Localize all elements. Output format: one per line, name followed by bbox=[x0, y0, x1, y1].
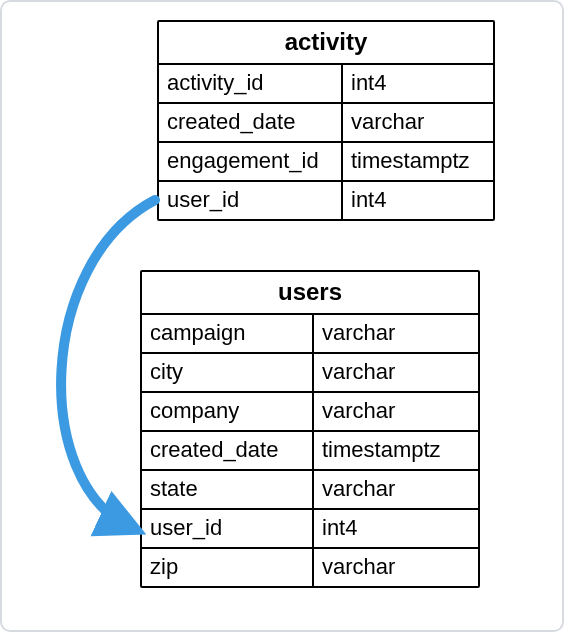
table-row: user_id int4 bbox=[142, 510, 478, 549]
schema-diagram: activity activity_id int4 created_date v… bbox=[0, 0, 564, 632]
table-users-title: users bbox=[142, 272, 478, 315]
table-row: state varchar bbox=[142, 471, 478, 510]
column-name: engagement_id bbox=[159, 143, 343, 180]
column-type: varchar bbox=[314, 354, 473, 391]
column-name: activity_id bbox=[159, 65, 343, 102]
column-name: user_id bbox=[159, 182, 343, 219]
table-row: activity_id int4 bbox=[159, 65, 493, 104]
column-type: int4 bbox=[314, 510, 473, 547]
column-name: user_id bbox=[142, 510, 314, 547]
table-row: created_date timestamptz bbox=[142, 432, 478, 471]
table-row: engagement_id timestamptz bbox=[159, 143, 493, 182]
column-type: varchar bbox=[343, 104, 488, 141]
column-name: created_date bbox=[142, 432, 314, 469]
column-name: city bbox=[142, 354, 314, 391]
column-name: state bbox=[142, 471, 314, 508]
column-type: varchar bbox=[314, 471, 473, 508]
table-row: city varchar bbox=[142, 354, 478, 393]
column-name: company bbox=[142, 393, 314, 430]
column-name: created_date bbox=[159, 104, 343, 141]
table-activity-title: activity bbox=[159, 22, 493, 65]
column-type: int4 bbox=[343, 182, 488, 219]
table-row: zip varchar bbox=[142, 549, 478, 586]
column-type: timestamptz bbox=[343, 143, 488, 180]
table-row: user_id int4 bbox=[159, 182, 493, 219]
table-activity: activity activity_id int4 created_date v… bbox=[157, 20, 495, 221]
column-name: campaign bbox=[142, 315, 314, 352]
column-type: varchar bbox=[314, 393, 473, 430]
table-row: company varchar bbox=[142, 393, 478, 432]
table-users: users campaign varchar city varchar comp… bbox=[140, 270, 480, 588]
table-row: campaign varchar bbox=[142, 315, 478, 354]
column-type: timestamptz bbox=[314, 432, 473, 469]
column-type: varchar bbox=[314, 549, 473, 586]
column-type: varchar bbox=[314, 315, 473, 352]
table-row: created_date varchar bbox=[159, 104, 493, 143]
column-name: zip bbox=[142, 549, 314, 586]
column-type: int4 bbox=[343, 65, 488, 102]
